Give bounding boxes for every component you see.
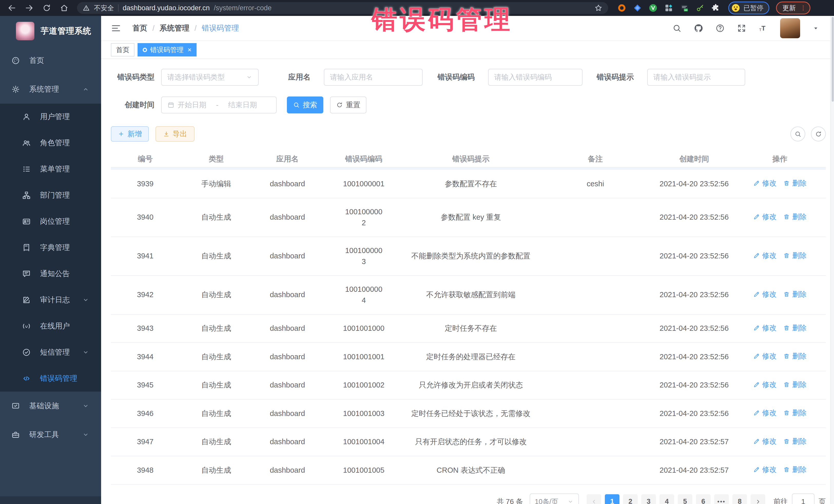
sidebar-item-基础设施[interactable]: 基础设施 [0,392,101,420]
grid-teal-icon[interactable] [664,4,673,12]
scrollbar-thumb[interactable] [832,17,834,102]
error-hint-input[interactable] [653,73,739,81]
reload-icon[interactable] [42,3,51,13]
page-button-1[interactable]: 1 [605,494,619,504]
gem-blue-icon[interactable] [633,4,642,12]
edit-link[interactable]: 修改 [753,212,776,222]
user-avatar[interactable] [780,18,800,38]
hamburger-icon[interactable] [111,23,121,34]
page-button-8[interactable]: 8 [732,494,747,504]
sidebar-item-岗位管理[interactable]: 岗位管理 [0,209,101,235]
sidebar-item-审计日志[interactable]: 审计日志 [0,287,101,313]
goto-page-input[interactable] [792,494,814,504]
delete-link[interactable]: 删除 [783,408,807,418]
edit-link[interactable]: 修改 [753,289,776,300]
sidebar-item-部门管理[interactable]: 部门管理 [0,182,101,209]
col-code: 错误码编码 [322,151,405,167]
forward-icon[interactable] [25,3,34,13]
edit-link[interactable]: 修改 [753,351,776,361]
search-button[interactable]: 搜索 [287,96,323,113]
pencil-icon [753,438,760,445]
tag-error-code[interactable]: 错误码管理 × [137,43,197,57]
browser-update-button[interactable]: 更新 [776,2,810,14]
app-name-input[interactable] [330,73,416,81]
reset-button[interactable]: 重置 [330,96,367,113]
delete-link[interactable]: 删除 [783,178,807,189]
bookmark-star-icon[interactable] [594,4,602,12]
toggle-search-button[interactable] [790,127,805,141]
edit-link[interactable]: 修改 [753,379,776,390]
sidebar-item-字典管理[interactable]: 字典管理 [0,235,101,261]
dict-book-icon [22,243,31,252]
edit-link[interactable]: 修改 [753,250,776,261]
fullscreen-icon[interactable] [737,24,746,33]
page-button-2[interactable]: 2 [623,494,638,504]
circle-v-green-icon[interactable] [649,4,657,12]
cell-hint: 只有开启状态的任务，才可以修改 [405,428,536,456]
page-button-4[interactable]: 4 [659,494,674,504]
avatar-caret-icon[interactable] [812,25,819,31]
delete-link[interactable]: 删除 [783,250,807,261]
delete-link[interactable]: 删除 [783,464,807,475]
refresh-table-button[interactable] [811,127,826,141]
sidebar-item-短信管理[interactable]: 短信管理 [0,339,101,366]
delete-link-label: 删除 [792,178,807,189]
list-on-icon[interactable]: on [680,4,689,12]
sidebar-collapse-bar[interactable] [0,496,101,504]
cell-remark [536,237,654,276]
tag-close-icon[interactable]: × [188,46,192,53]
delete-link[interactable]: 删除 [783,436,807,447]
security-label[interactable]: 不安全 [94,4,114,13]
next-page-button[interactable] [751,494,765,504]
search-icon[interactable] [672,24,682,33]
key-green-icon[interactable] [696,4,704,12]
donut-orange-icon[interactable] [617,4,626,12]
delete-link[interactable]: 删除 [783,379,807,390]
page-button-5[interactable]: 5 [678,494,692,504]
profile-paused-badge[interactable]: 已暂停 [728,2,769,14]
github-icon[interactable] [694,24,703,33]
sidebar-item-系统管理[interactable]: 系统管理 [0,75,101,104]
page-button-3[interactable]: 3 [641,494,656,504]
date-range-picker[interactable]: 开始日期 - 结束日期 [161,96,277,113]
edit-link[interactable]: 修改 [753,178,776,189]
sidebar-item-首页[interactable]: 首页 [0,46,101,75]
add-button[interactable]: 新增 [111,126,149,141]
prev-page-button[interactable] [587,494,601,504]
breadcrumb-system[interactable]: 系统管理 [160,23,190,34]
page-size-select[interactable]: 10条/页 [530,494,579,504]
chevron-left-icon [591,499,597,504]
sidebar-item-角色管理[interactable]: 角色管理 [0,130,101,156]
export-button[interactable]: 导出 [155,126,195,141]
sidebar-logo-row[interactable]: 芋道管理系统 [0,16,101,46]
delete-link[interactable]: 删除 [783,212,807,222]
delete-link[interactable]: 删除 [783,351,807,361]
back-icon[interactable] [7,3,17,13]
error-type-select[interactable]: 请选择错误码类型 [161,69,259,86]
page-scrollbar[interactable] [830,16,834,504]
sidebar-item-通知公告[interactable]: 通知公告 [0,261,101,287]
puzzle-icon[interactable] [711,4,720,12]
extensions-row: on [617,4,720,12]
sidebar-item-菜单管理[interactable]: 菜单管理 [0,156,101,182]
page-ellipsis-button[interactable]: ••• [714,494,729,504]
page-button-6[interactable]: 6 [696,494,710,504]
breadcrumb-home[interactable]: 首页 [132,23,147,34]
sidebar-item-错误码管理[interactable]: 错误码管理 [0,366,101,392]
edit-link[interactable]: 修改 [753,436,776,447]
edit-link[interactable]: 修改 [753,323,776,333]
font-size-icon[interactable]: TT [759,24,768,33]
edit-link[interactable]: 修改 [753,464,776,475]
edit-link[interactable]: 修改 [753,408,776,418]
home-icon[interactable] [60,3,69,13]
sidebar-item-用户管理[interactable]: 用户管理 [0,104,101,130]
error-code-input[interactable] [494,73,576,81]
delete-link[interactable]: 删除 [783,289,807,300]
browser-menu-icon[interactable] [800,5,807,11]
sidebar-item-研发工具[interactable]: 研发工具 [0,420,101,449]
tag-home[interactable]: 首页 [111,43,134,57]
sidebar-item-在线用户[interactable]: 在线用户 [0,313,101,339]
delete-link[interactable]: 删除 [783,323,807,333]
help-icon[interactable] [716,24,725,33]
address-bar[interactable]: 不安全 dashboard.yudao.iocoder.cn/system/er… [77,2,608,14]
